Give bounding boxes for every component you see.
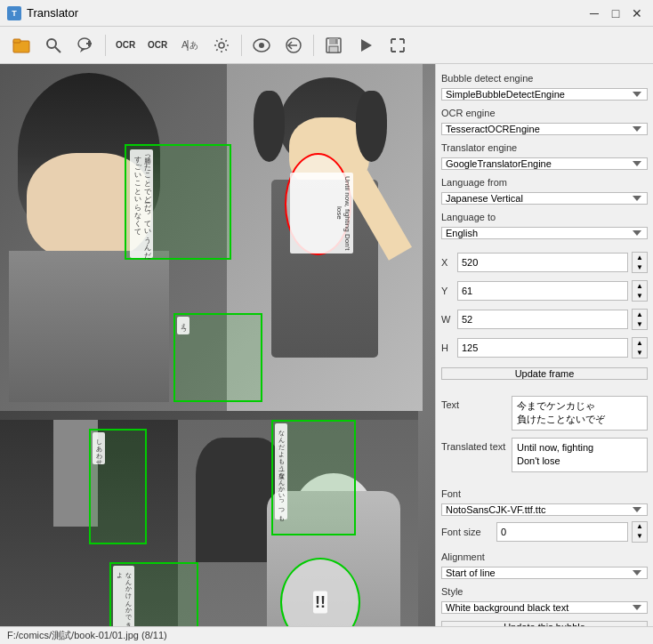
maximize-button[interactable]: □ <box>607 4 625 22</box>
x-increment[interactable]: ▲ <box>633 253 647 262</box>
w-decrement[interactable]: ▼ <box>633 319 647 329</box>
bubble-3[interactable]: えっ <box>173 313 262 402</box>
text-value: 今までケンカじゃ負けたことないでぞ <box>512 396 648 431</box>
play-button[interactable] <box>351 31 380 60</box>
font-size-input[interactable] <box>496 522 628 542</box>
fullscreen-icon <box>389 36 407 54</box>
svg-point-11 <box>219 43 224 48</box>
y-increment[interactable]: ▲ <box>633 281 647 291</box>
add-bubble-button[interactable] <box>71 31 100 60</box>
svg-marker-20 <box>361 39 372 52</box>
style-select[interactable]: White background black text <box>441 601 648 614</box>
h-input[interactable] <box>457 338 628 358</box>
w-increment[interactable]: ▲ <box>633 310 647 319</box>
toolbar-separator-3 <box>313 35 314 56</box>
main-content: 勝ったことでどーだっていうんだすごいこといらなくて Until now, fig… <box>0 64 653 626</box>
language-to-label: Language to <box>441 212 648 222</box>
bubble-3-text: えっ <box>177 317 189 334</box>
toolbar-separator-2 <box>241 35 242 56</box>
right-panel: Bubble detect engine SimpleBubbleDetectE… <box>435 64 653 626</box>
bubble-detect-select[interactable]: SimpleBubbleDetectEngine <box>441 88 648 101</box>
ocr-engine-select[interactable]: TesseractOCREngine <box>441 123 648 135</box>
font-size-increment[interactable]: ▲ <box>633 522 647 532</box>
toolbar: OCR OCR A あ <box>0 27 653 64</box>
text-row: Text 今までケンカじゃ負けたことないでぞ <box>441 396 648 431</box>
x-input[interactable] <box>457 253 628 272</box>
bubble-5-text: なんだよもう一度なんかいっつも <box>275 423 287 519</box>
translator-engine-label: Translator engine <box>441 142 648 153</box>
open-folder-button[interactable] <box>7 31 36 60</box>
ocr-engine-label: OCR engine <box>441 108 648 118</box>
bubble-2[interactable]: Until now, fighting Don't lose <box>285 153 351 255</box>
play-icon <box>357 36 375 54</box>
save-button[interactable] <box>319 31 348 60</box>
translated-label: Translated text <box>441 438 508 452</box>
left-twintail <box>254 91 285 162</box>
x-decrement[interactable]: ▼ <box>633 262 647 272</box>
settings-icon <box>213 36 230 54</box>
translate-icon: A あ <box>180 36 199 55</box>
translator-engine-select[interactable]: GoogleTranslatorEngine <box>441 157 648 170</box>
bubble-4[interactable]: しあわせ <box>89 429 147 544</box>
character-body <box>9 251 169 402</box>
translated-text-row: Translated text Until now, fightingDon't… <box>441 438 648 472</box>
app-icon: T <box>7 6 21 20</box>
update-frame-button[interactable]: Update frame <box>441 367 648 380</box>
fullscreen-button[interactable] <box>383 31 412 60</box>
ocr1-button[interactable]: OCR <box>111 31 140 60</box>
app-title: Translator <box>27 6 78 20</box>
bubble-7-text: !! <box>313 592 327 614</box>
font-label: Font <box>441 488 648 499</box>
ocr1-label: OCR <box>116 40 135 50</box>
back-button[interactable] <box>279 31 308 60</box>
status-text: F:/comics/測試/book-01/01.jpg (8/11) <box>7 629 167 642</box>
minimize-button[interactable]: ─ <box>585 4 603 22</box>
font-select[interactable]: NotoSansCJK-VF.ttf.ttc <box>441 503 648 516</box>
y-input[interactable] <box>457 281 628 301</box>
x-spinner: ▲ ▼ <box>632 252 648 273</box>
language-from-select[interactable]: Japanese Vertical <box>441 192 648 205</box>
h-decrement[interactable]: ▼ <box>633 348 647 358</box>
translate-button[interactable]: A あ <box>175 31 204 60</box>
status-bar: F:/comics/測試/book-01/01.jpg (8/11) <box>0 626 653 644</box>
x-coord-row: X ▲ ▼ <box>441 252 648 273</box>
back-icon <box>285 36 302 54</box>
ocr2-button[interactable]: OCR <box>143 31 172 60</box>
svg-point-13 <box>259 43 264 48</box>
font-size-spinner: ▲ ▼ <box>632 521 648 543</box>
h-coord-row: H ▲ ▼ <box>441 337 648 358</box>
title-bar: T Translator ─ □ ✕ <box>0 0 653 27</box>
h-label: H <box>441 342 454 353</box>
svg-point-2 <box>47 39 56 48</box>
w-coord-row: W ▲ ▼ <box>441 309 648 330</box>
bubble-1[interactable]: 勝ったことでどーだっていうんだすごいこといらなくて <box>125 144 231 260</box>
search-icon <box>44 36 62 54</box>
alignment-label: Alignment <box>441 551 648 562</box>
bubble-4-text: しあわせ <box>93 432 105 464</box>
language-to-select[interactable]: English <box>441 227 648 239</box>
svg-rect-19 <box>335 39 337 44</box>
bubble-1-text: 勝ったことでどーだっていうんだすごいこといらなくて <box>130 149 153 258</box>
preview-button[interactable] <box>247 31 276 60</box>
right-twintail <box>356 91 387 162</box>
language-from-label: Language from <box>441 177 648 188</box>
preview-icon <box>253 36 270 54</box>
y-decrement[interactable]: ▼ <box>633 291 647 301</box>
w-input[interactable] <box>457 310 628 329</box>
image-panel[interactable]: 勝ったことでどーだっていうんだすごいこといらなくて Until now, fig… <box>0 64 435 626</box>
manga-background: 勝ったことでどーだっていうんだすごいこといらなくて Until now, fig… <box>0 64 435 626</box>
svg-text:あ: あ <box>189 40 198 50</box>
x-label: X <box>441 257 454 268</box>
settings-button[interactable] <box>207 31 236 60</box>
search-button[interactable] <box>39 31 68 60</box>
y-spinner: ▲ ▼ <box>632 280 648 302</box>
w-spinner: ▲ ▼ <box>632 309 648 330</box>
alignment-select[interactable]: Start of line <box>441 567 648 579</box>
close-button[interactable]: ✕ <box>628 4 646 22</box>
font-size-decrement[interactable]: ▼ <box>633 532 647 542</box>
bubble-5[interactable]: なんだよもう一度なんかいっつも <box>271 420 356 535</box>
bubble-2-text: Until now, fighting Don't lose <box>290 173 353 254</box>
h-increment[interactable]: ▲ <box>633 338 647 348</box>
bubble-detect-label: Bubble detect engine <box>441 73 648 84</box>
bubble-6[interactable]: なんかけんかできるんだよ <box>109 562 198 626</box>
